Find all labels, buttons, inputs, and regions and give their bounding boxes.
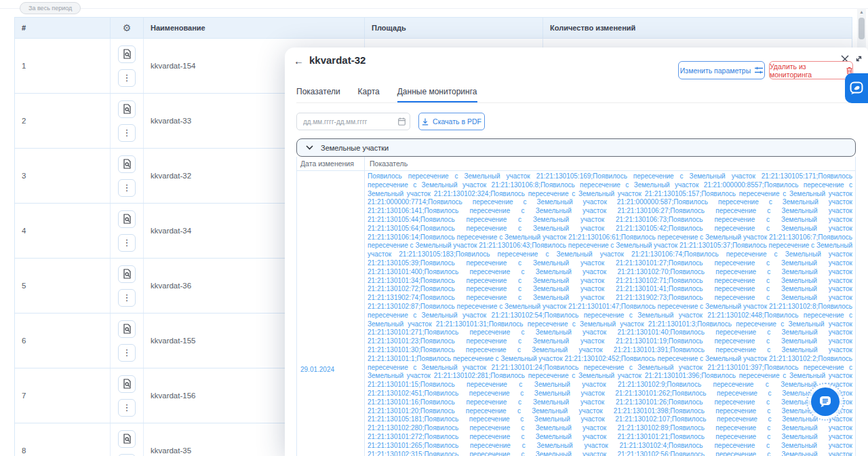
screen: За весь период # ⚙ Наименование Площадь … (0, 0, 868, 456)
preview-document-button[interactable] (118, 45, 136, 63)
row-number: 5 (15, 259, 111, 313)
calendar-icon (398, 117, 406, 126)
row-menu-button[interactable]: ⋮ (118, 69, 136, 87)
divider (0, 8, 868, 9)
change-date-cell: 29.01.2024 (297, 171, 365, 456)
tab-map[interactable]: Карта (358, 87, 380, 102)
object-details-panel: ← kkvardat-32 Изменить параметры Удалить… (285, 48, 868, 456)
land-plots-section-label: Земельные участки (321, 144, 389, 152)
dots-vertical-icon: ⋮ (123, 183, 132, 192)
dots-vertical-icon: ⋮ (123, 293, 132, 302)
row-menu-button[interactable]: ⋮ (118, 124, 136, 142)
assistant-widget-button[interactable] (845, 73, 868, 103)
column-header-changes: Количество изменений (543, 18, 852, 38)
column-header-num: # (15, 18, 111, 38)
assistant-bubble-icon (849, 81, 864, 96)
registry-table-header: # ⚙ Наименование Площадь Количество изме… (14, 17, 852, 39)
preview-document-button[interactable] (118, 265, 136, 283)
row-menu-button[interactable]: ⋮ (118, 179, 136, 197)
dots-vertical-icon: ⋮ (123, 128, 132, 137)
delete-from-monitoring-label: Удалить из мониторинга (770, 62, 842, 79)
preview-document-button[interactable] (118, 155, 136, 173)
edit-parameters-button[interactable]: Изменить параметры (678, 61, 765, 79)
preview-document-button[interactable] (118, 210, 136, 228)
row-number: 2 (15, 94, 111, 148)
back-arrow-icon[interactable]: ← (294, 55, 304, 66)
column-header-indicator: Показатель (365, 157, 855, 170)
column-settings-button[interactable]: ⚙ (111, 18, 144, 38)
row-number: 3 (15, 149, 111, 203)
panel-tabs: Показатели Карта Данные мониторинга (296, 87, 868, 103)
change-date-value: 29.01.2024 (300, 366, 334, 373)
chat-bubble-icon (818, 395, 832, 408)
gear-icon: ⚙ (123, 22, 132, 33)
row-menu-button[interactable]: ⋮ (118, 454, 136, 456)
column-header-area: Площадь (365, 18, 543, 38)
panel-title: kkvardat-32 (309, 54, 366, 66)
delete-from-monitoring-button[interactable]: Удалить из мониторинга (769, 61, 853, 79)
dots-vertical-icon: ⋮ (123, 73, 132, 82)
scroll-up-arrow-icon[interactable]: ▲ (859, 10, 864, 14)
tab-monitoring-data[interactable]: Данные мониторинга (397, 87, 477, 102)
monitoring-table-header: Дата изменения Показатель (297, 157, 855, 171)
download-icon (422, 118, 429, 126)
row-number: 7 (15, 368, 111, 423)
indicator-cell[interactable]: Появилось пересечение с Земельный участо… (368, 172, 852, 456)
row-number: 4 (15, 204, 111, 258)
row-number: 6 (15, 314, 111, 368)
row-menu-button[interactable]: ⋮ (118, 399, 136, 417)
column-header-name: Наименование (144, 18, 365, 38)
download-pdf-label: Скачать в PDF (433, 117, 481, 126)
period-filter-chip[interactable]: За весь период (20, 2, 81, 14)
row-menu-button[interactable]: ⋮ (118, 289, 136, 307)
chat-fab[interactable] (806, 383, 844, 421)
column-header-change-date: Дата изменения (297, 157, 365, 170)
land-plots-section-toggle[interactable]: Земельные участки (296, 138, 856, 157)
preview-document-button[interactable] (118, 320, 136, 338)
edit-parameters-label: Изменить параметры (680, 66, 751, 75)
monitoring-table: Дата изменения Показатель 29.01.2024 Поя… (296, 157, 856, 456)
download-pdf-button[interactable]: Скачать в PDF (418, 113, 485, 130)
preview-document-button[interactable] (118, 430, 136, 448)
tab-indicators[interactable]: Показатели (296, 87, 340, 102)
row-menu-button[interactable]: ⋮ (118, 234, 136, 252)
chat-fab-circle (811, 387, 840, 416)
scrollbar-thumb[interactable] (859, 18, 865, 39)
date-range-input[interactable] (296, 113, 410, 130)
row-number: 1 (15, 39, 111, 93)
chevron-down-icon (306, 145, 313, 150)
row-number: 8 (15, 423, 111, 456)
dots-vertical-icon: ⋮ (123, 403, 132, 412)
dots-vertical-icon: ⋮ (123, 238, 132, 247)
sliders-icon (755, 66, 763, 74)
monitoring-table-body: 29.01.2024 Появилось пересечение с Земел… (297, 171, 855, 456)
preview-document-button[interactable] (118, 375, 136, 393)
row-menu-button[interactable]: ⋮ (118, 344, 136, 362)
dots-vertical-icon: ⋮ (123, 348, 132, 357)
expand-icon[interactable] (854, 54, 864, 63)
preview-document-button[interactable] (118, 100, 136, 118)
